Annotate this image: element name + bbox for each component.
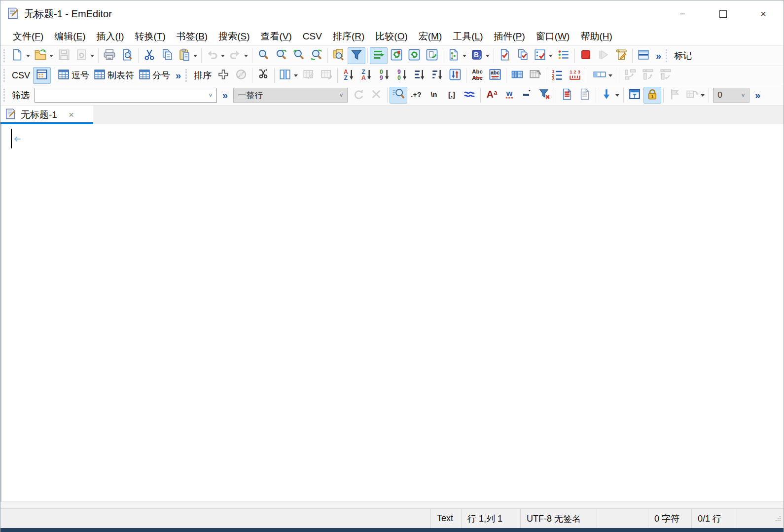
next-occurrence-button[interactable] (598, 87, 621, 104)
menu-item-5[interactable]: 搜索(S) (213, 30, 255, 43)
show-matched-lines-button[interactable] (558, 87, 576, 104)
incremental-search-button[interactable] (390, 87, 407, 104)
outline-dropdown-icon[interactable] (463, 55, 466, 57)
toolbar-grip[interactable] (666, 49, 669, 62)
csv-semicolon-button[interactable]: 分号 (136, 67, 172, 84)
pivot-up-button[interactable] (639, 67, 657, 84)
show-unmatched-lines-button[interactable] (576, 87, 594, 104)
menu-item-7[interactable]: CSV (297, 31, 327, 42)
use-regex-button[interactable]: .+? (407, 87, 425, 104)
toolbar-grip[interactable] (185, 69, 188, 82)
filter-count[interactable]: 0 ˅ (713, 88, 749, 103)
print-preview-button[interactable] (118, 47, 136, 64)
use-escape-sequence-button[interactable]: \n (425, 87, 443, 104)
match-whole-word-button[interactable]: w (500, 87, 518, 104)
paste-button[interactable] (176, 47, 199, 64)
edit-cell-button[interactable] (300, 67, 318, 84)
filter-scope[interactable]: 一整行 ˅ (233, 88, 348, 103)
next-occurrence-dropdown-icon[interactable] (615, 94, 619, 97)
toolbar-grip[interactable] (3, 89, 6, 102)
filter-toggle-button[interactable] (348, 47, 365, 64)
filter-column-cycle-button[interactable] (683, 87, 707, 104)
main-toolbar-overflow-icon[interactable]: » (652, 50, 665, 62)
find-button[interactable] (254, 47, 272, 64)
replace-button[interactable] (308, 47, 325, 64)
copy-button[interactable] (158, 47, 176, 64)
filter-overflow-2-icon[interactable]: » (751, 90, 764, 101)
select-column-dropdown-icon[interactable] (294, 74, 298, 77)
select-column-button[interactable] (277, 67, 300, 84)
csv-standard-mode-button[interactable] (33, 67, 51, 84)
revert-dropdown-icon[interactable] (90, 55, 94, 57)
menu-item-4[interactable]: 书签(B) (171, 30, 213, 43)
undo-dropdown-icon[interactable] (221, 55, 225, 57)
menu-item-3[interactable]: 转换(T) (130, 30, 171, 43)
menu-item-13[interactable]: 窗口(W) (531, 30, 575, 43)
filter-input[interactable]: ˅ (35, 88, 217, 103)
revert-button[interactable] (73, 47, 96, 64)
spell-check-button[interactable] (496, 47, 514, 64)
encoding-button[interactable]: B (468, 47, 492, 64)
check-options-dropdown-icon[interactable] (549, 55, 553, 57)
redo-button[interactable] (227, 47, 250, 64)
convert-csv-button[interactable] (526, 67, 544, 84)
delete-duplicates-options-button[interactable]: abcabc (486, 67, 504, 84)
wrap-by-page-button[interactable] (423, 47, 441, 64)
status-doc-type[interactable]: Text (430, 509, 461, 528)
wrap-by-window-button[interactable] (405, 47, 423, 64)
status-line-count[interactable]: 0/1 行 (691, 509, 737, 528)
menu-item-10[interactable]: 宏(M) (413, 30, 447, 43)
menu-item-0[interactable]: 文件(F) (7, 30, 49, 43)
filter-column-cycle-dropdown-icon[interactable] (701, 94, 705, 97)
table-edit-mode-button[interactable] (318, 67, 335, 84)
remove-all-filters-button[interactable] (536, 87, 554, 104)
wrap-by-line-button[interactable] (370, 47, 388, 64)
csv-tab-button[interactable]: 制表符 (91, 67, 136, 84)
use-number-range-button[interactable]: [,] (443, 87, 461, 104)
sort-a-to-z-button[interactable]: AZ (340, 67, 357, 84)
filter-overflow-icon[interactable]: » (219, 90, 231, 101)
edit-macro-button[interactable] (612, 47, 630, 64)
toolbar-grip[interactable] (3, 69, 6, 82)
save-button[interactable] (55, 47, 73, 64)
match-case-button[interactable]: Aa (483, 87, 500, 104)
csv-comma-button[interactable]: 逗号 (55, 67, 91, 84)
split-window-button[interactable] (635, 47, 652, 64)
cut-button[interactable] (141, 47, 158, 64)
find-in-files-button[interactable] (330, 47, 348, 64)
record-macro-button[interactable] (577, 47, 595, 64)
reverse-order-button[interactable] (446, 67, 464, 84)
print-button[interactable] (101, 47, 118, 64)
encoding-dropdown-icon[interactable] (486, 55, 490, 57)
csv-disable-button[interactable] (232, 67, 250, 84)
pivot-left-button[interactable] (657, 67, 675, 84)
csv-overflow-icon[interactable]: » (172, 70, 184, 81)
split-column-button[interactable] (254, 67, 272, 84)
find-next-button[interactable] (272, 47, 290, 64)
menu-item-2[interactable]: 插入(I) (91, 30, 130, 43)
extract-options-button[interactable] (666, 87, 683, 104)
filter-input-dropdown-icon[interactable]: ˅ (205, 92, 216, 99)
sort-0-to-9-button[interactable]: 09 (375, 67, 393, 84)
heading-select-button[interactable] (588, 67, 617, 84)
menu-item-9[interactable]: 比较(O) (370, 30, 413, 43)
status-cursor-position[interactable]: 行 1,列 1 (461, 509, 520, 528)
advanced-filter-button[interactable] (626, 87, 643, 104)
horizontal-scrollbar[interactable] (0, 501, 784, 509)
menu-item-14[interactable]: 帮助(H) (575, 30, 617, 43)
status-encoding[interactable]: UTF-8 无签名 (520, 509, 597, 528)
negative-filter-button[interactable] (518, 87, 536, 104)
fuzzy-matching-button[interactable] (461, 87, 478, 104)
insert-line-numbers-button[interactable]: 123 (548, 67, 566, 84)
redo-dropdown-icon[interactable] (244, 55, 248, 57)
unpivot-columns-button[interactable] (621, 67, 639, 84)
paste-dropdown-icon[interactable] (193, 55, 197, 57)
check-options-button[interactable] (532, 47, 555, 64)
filter-abort-button[interactable] (367, 87, 385, 104)
menu-item-8[interactable]: 排序(R) (327, 30, 370, 43)
wrap-none-button[interactable] (388, 47, 405, 64)
open-file-dropdown-icon[interactable] (49, 55, 53, 57)
task-list-button[interactable] (555, 47, 572, 64)
sort-z-to-a-button[interactable]: ZA (357, 67, 375, 84)
open-file-button[interactable] (32, 47, 55, 64)
